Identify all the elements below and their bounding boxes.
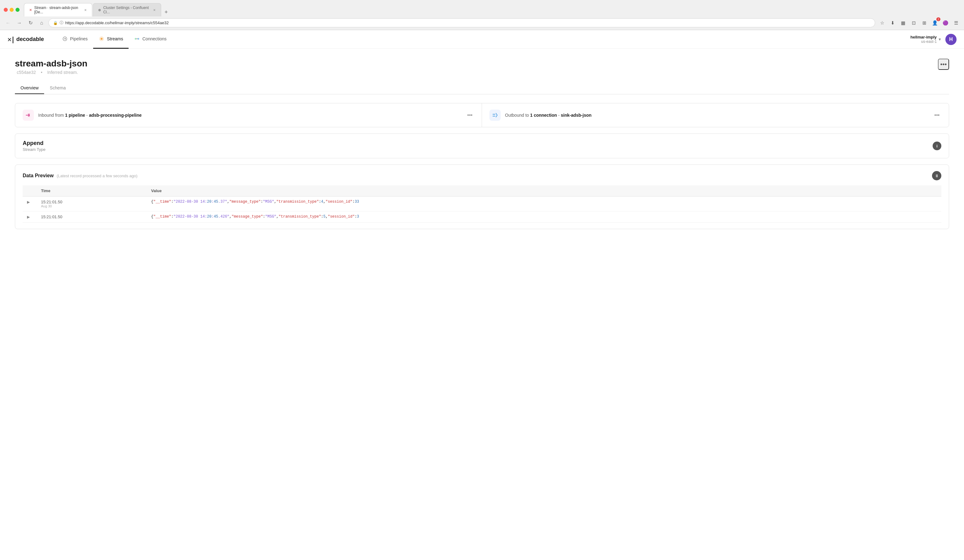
split-icon[interactable]: ⊡ <box>909 19 918 27</box>
inbound-count: 1 pipeline <box>65 113 85 118</box>
download-icon[interactable]: ⬇ <box>888 19 897 27</box>
time-main: 15:21:01.50 <box>41 200 143 204</box>
table-body: ▶15:21:01.50Aug 30{"__time":"2022-08-30 … <box>23 196 941 222</box>
nav-label-connections: Connections <box>142 36 166 41</box>
tab-close-inactive[interactable]: ✕ <box>152 7 156 12</box>
time-col-header: Time <box>37 185 147 196</box>
time-main: 15:21:01.50 <box>41 214 143 219</box>
new-tab-button[interactable]: + <box>162 8 171 16</box>
forward-button[interactable]: → <box>15 19 24 27</box>
connections-icon <box>134 36 140 42</box>
app: ✕| decodable Pipelines Streams <box>0 30 964 245</box>
inbound-text: Inbound from 1 pipeline - adsb-processin… <box>38 113 461 118</box>
tab-favicon-active: ✕ <box>29 8 32 12</box>
svg-point-4 <box>138 38 139 39</box>
profile-icon-wrap: 👤 2 <box>930 19 939 27</box>
profile-icon[interactable]: 👤 2 <box>930 19 939 27</box>
flow-card-inbound: Inbound from 1 pipeline - adsb-processin… <box>15 103 482 127</box>
stream-subtitle: c554ae32 • Inferred stream. <box>15 70 87 75</box>
info-icon: ⓘ <box>60 20 64 26</box>
page-tabs: Overview Schema <box>15 82 949 94</box>
stream-type-sublabel: Stream Type <box>23 147 46 152</box>
stream-type-info-button[interactable]: i <box>933 141 941 150</box>
browser-tab-active[interactable]: ✕ Stream · stream-adsb-json [De... ✕ <box>24 3 92 16</box>
nav-item-pipelines[interactable]: Pipelines <box>57 30 93 49</box>
security-icon: 🔒 <box>53 21 58 25</box>
stream-type-name: Append <box>23 140 46 146</box>
tab-favicon-inactive: ⊕ <box>98 8 101 12</box>
tab-overview[interactable]: Overview <box>15 82 44 94</box>
reload-button[interactable]: ↻ <box>26 19 35 27</box>
stream-title-group: stream-adsb-json c554ae32 • Inferred str… <box>15 58 87 75</box>
expand-button[interactable]: ▶ <box>27 200 30 204</box>
stream-description: Inferred stream. <box>47 70 78 75</box>
tab-label-inactive: Cluster Settings - Confluent Cl... <box>103 6 150 14</box>
stream-id: c554ae32 <box>17 70 36 75</box>
pipelines-icon <box>62 36 68 42</box>
stream-type-info: Append Stream Type <box>23 140 46 152</box>
logo: ✕| decodable <box>7 36 44 43</box>
avatar[interactable]: H <box>945 34 957 45</box>
header-right: hellmar-imply us-east-1 ▼ H <box>910 34 957 45</box>
outbound-sep: - <box>558 113 561 118</box>
preview-title-group: Data Preview (Latest record processed a … <box>23 173 138 179</box>
minimize-button[interactable] <box>10 8 14 12</box>
time-date: Aug 30 <box>41 204 143 208</box>
data-preview-table: Time Value ▶15:21:01.50Aug 30{"__time":"… <box>23 185 941 222</box>
expand-button[interactable]: ▶ <box>27 215 30 219</box>
inbound-more-button[interactable]: ••• <box>466 111 474 120</box>
menu-icon[interactable]: ☰ <box>952 19 960 27</box>
stream-more-button[interactable]: ••• <box>938 58 949 70</box>
value-cell: {"__time":"2022-08-30 14:20:45.426","mes… <box>147 211 942 222</box>
browser-toolbar: ← → ↻ ⌂ 🔒 ⓘ https://app.decodable.co/hel… <box>0 16 964 30</box>
pause-button[interactable]: ⏸ <box>932 171 941 180</box>
home-button[interactable]: ⌂ <box>37 19 46 27</box>
tab-close-active[interactable]: ✕ <box>83 7 88 12</box>
stream-header: stream-adsb-json c554ae32 • Inferred str… <box>15 58 949 75</box>
bookmark-icon[interactable]: ☆ <box>878 19 886 27</box>
account-selector[interactable]: hellmar-imply us-east-1 ▼ <box>910 35 942 44</box>
account-info: hellmar-imply us-east-1 <box>910 35 937 44</box>
time-cell: 15:21:01.50 <box>37 211 147 222</box>
page-content: stream-adsb-json c554ae32 • Inferred str… <box>0 49 964 245</box>
extensions-icon[interactable]: ▦ <box>899 19 907 27</box>
table-row[interactable]: ▶15:21:01.50Aug 30{"__time":"2022-08-30 … <box>23 196 941 211</box>
outbound-count: 1 connection <box>530 113 557 118</box>
app-nav: Pipelines Streams Connections <box>57 30 910 49</box>
flow-cards: Inbound from 1 pipeline - adsb-processin… <box>15 103 949 127</box>
expand-col-header <box>23 185 37 196</box>
outbound-icon <box>489 110 501 121</box>
nav-item-streams[interactable]: Streams <box>93 30 129 49</box>
svg-point-1 <box>101 37 103 40</box>
append-card-inner: Append Stream Type i <box>23 140 941 152</box>
nav-item-connections[interactable]: Connections <box>129 30 172 49</box>
preview-header: Data Preview (Latest record processed a … <box>23 171 941 180</box>
traffic-lights <box>4 8 20 12</box>
address-bar[interactable]: 🔒 ⓘ https://app.decodable.co/hellmar-imp… <box>49 18 875 27</box>
stream-subtitle-sep: • <box>41 70 42 75</box>
app-header: ✕| decodable Pipelines Streams <box>0 30 964 49</box>
logo-text: decodable <box>16 36 44 42</box>
account-region: us-east-1 <box>921 39 937 44</box>
inbound-icon <box>23 110 34 121</box>
tab-schema[interactable]: Schema <box>44 82 71 94</box>
account-name: hellmar-imply <box>910 35 937 39</box>
table-row[interactable]: ▶15:21:01.50{"__time":"2022-08-30 14:20:… <box>23 211 941 222</box>
browser-toolbar-icons: ☆ ⬇ ▦ ⊡ ⊞ 👤 2 🟣 ☰ <box>878 19 960 27</box>
back-button[interactable]: ← <box>4 19 12 27</box>
maximize-button[interactable] <box>16 8 20 12</box>
logo-icon: ✕| <box>7 36 15 43</box>
outbound-label: Outbound to <box>505 113 529 118</box>
inbound-label: Inbound from <box>38 113 64 118</box>
browser-avatar-icon[interactable]: 🟣 <box>941 19 950 27</box>
nav-label-streams: Streams <box>107 36 123 41</box>
grid-icon[interactable]: ⊞ <box>920 19 928 27</box>
account-dropdown-arrow[interactable]: ▼ <box>938 37 942 42</box>
browser-tab-inactive[interactable]: ⊕ Cluster Settings - Confluent Cl... ✕ <box>93 3 161 16</box>
close-button[interactable] <box>4 8 8 12</box>
preview-subtitle: (Latest record processed a few seconds a… <box>57 174 138 178</box>
notification-badge: 2 <box>936 17 940 21</box>
svg-point-3 <box>135 38 136 39</box>
outbound-more-button[interactable]: ••• <box>933 111 941 120</box>
streams-icon <box>99 36 104 42</box>
